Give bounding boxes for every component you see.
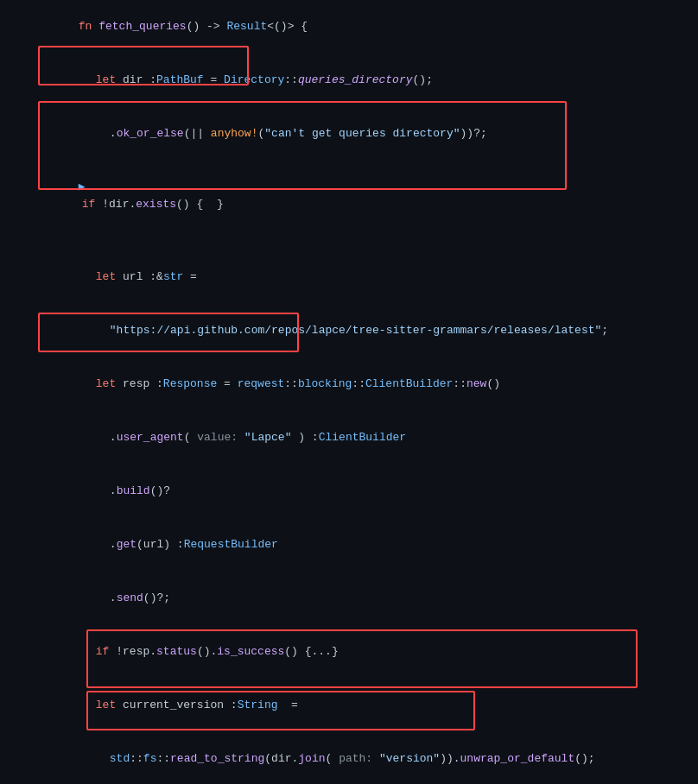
code-line [0,231,698,250]
code-line: .ok_or_else(|| anyhow!("can't get querie… [0,107,698,161]
code-line: .build()? [0,465,698,518]
code-line: ▶ if !dir.exists() { } [0,161,698,231]
code-line: let resp :Response = reqwest::blocking::… [0,357,698,411]
code-line: .user_agent( value: "Lapce" ) :ClientBui… [0,411,698,465]
code-line: let url :&str = [0,250,698,304]
code-editor: fn fetch_queries() -> Result<()> { let d… [0,0,698,784]
code-line: std::fs::read_to_string(dir.join( path: … [0,732,698,784]
code-line: if !resp.status().is_success() {...} [0,625,698,679]
code-line: "https://api.github.com/repos/lapce/tree… [0,304,698,357]
code-line: .get(url) :RequestBuilder [0,518,698,572]
code-line: .send()?; [0,572,698,625]
code-line: let dir :PathBuf = Directory::queries_di… [0,54,698,107]
code-line: let current_version :String = [0,679,698,732]
code-line: fn fetch_queries() -> Result<()> { [0,0,698,54]
